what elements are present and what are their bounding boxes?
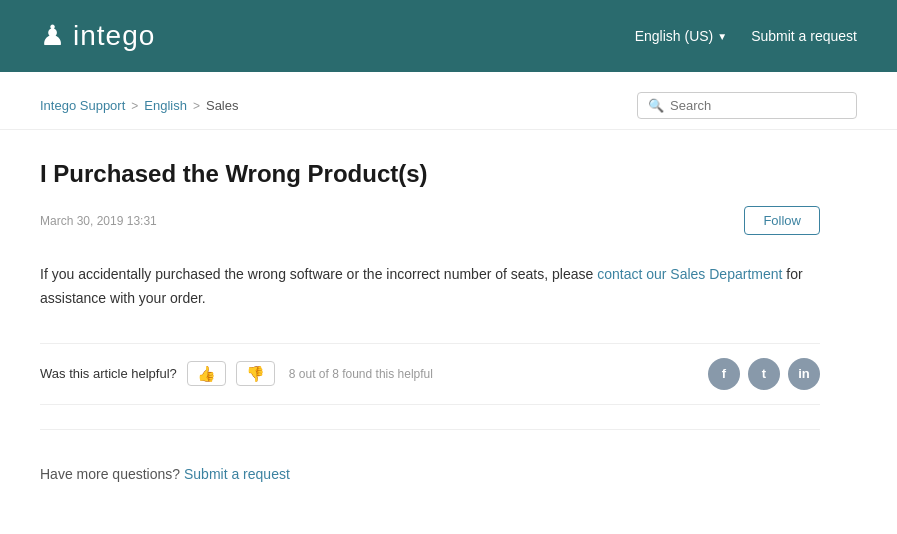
search-icon: 🔍 <box>648 98 664 113</box>
breadcrumb-english[interactable]: English <box>144 98 187 113</box>
top-bar: Intego Support > English > Sales 🔍 <box>0 72 897 130</box>
search-input[interactable] <box>670 98 846 113</box>
breadcrumb-sales: Sales <box>206 98 239 113</box>
main-content: I Purchased the Wrong Product(s) March 3… <box>0 130 860 528</box>
footer-submit-request-link[interactable]: Submit a request <box>184 466 290 482</box>
logo-area: ♟ intego <box>40 20 155 52</box>
breadcrumb: Intego Support > English > Sales <box>40 98 239 113</box>
site-header: ♟ intego English (US) ▼ Submit a request <box>0 0 897 72</box>
twitter-share-button[interactable]: t <box>748 358 780 390</box>
sales-department-link[interactable]: contact our Sales Department <box>597 266 782 282</box>
header-nav: English (US) ▼ Submit a request <box>635 28 857 44</box>
article-meta: March 30, 2019 13:31 Follow <box>40 206 820 235</box>
have-more-questions-text: Have more questions? <box>40 466 180 482</box>
helpful-label: Was this article helpful? <box>40 366 177 381</box>
chevron-down-icon: ▼ <box>717 31 727 42</box>
article-date: March 30, 2019 13:31 <box>40 214 157 228</box>
logo-text: intego <box>73 20 155 52</box>
logo-icon: ♟ <box>40 22 65 50</box>
breadcrumb-sep-1: > <box>131 99 138 113</box>
thumbs-down-button[interactable]: 👎 <box>236 361 275 386</box>
breadcrumb-sep-2: > <box>193 99 200 113</box>
follow-button[interactable]: Follow <box>744 206 820 235</box>
breadcrumb-intego-support[interactable]: Intego Support <box>40 98 125 113</box>
helpful-left: Was this article helpful? 👍 👎 8 out of 8… <box>40 361 433 386</box>
divider <box>40 429 820 430</box>
footer-questions: Have more questions? Submit a request <box>40 450 820 498</box>
search-box[interactable]: 🔍 <box>637 92 857 119</box>
social-icons: f t in <box>708 358 820 390</box>
helpful-count: 8 out of 8 found this helpful <box>289 367 433 381</box>
linkedin-share-button[interactable]: in <box>788 358 820 390</box>
language-selector[interactable]: English (US) ▼ <box>635 28 728 44</box>
helpful-section: Was this article helpful? 👍 👎 8 out of 8… <box>40 343 820 405</box>
submit-request-link[interactable]: Submit a request <box>751 28 857 44</box>
language-label: English (US) <box>635 28 714 44</box>
body-text-before-link: If you accidentally purchased the wrong … <box>40 266 597 282</box>
article-title: I Purchased the Wrong Product(s) <box>40 160 820 188</box>
article-body: If you accidentally purchased the wrong … <box>40 263 820 311</box>
thumbs-up-button[interactable]: 👍 <box>187 361 226 386</box>
facebook-share-button[interactable]: f <box>708 358 740 390</box>
